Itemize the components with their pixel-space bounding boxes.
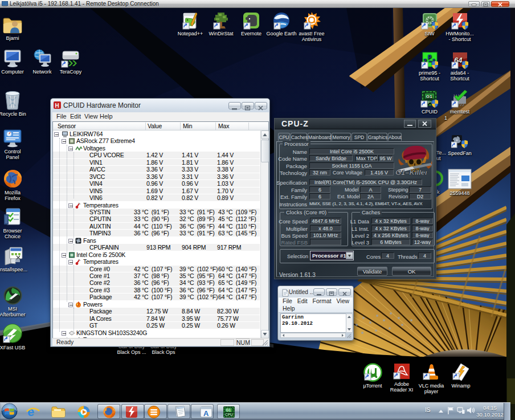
svg-text:G1: G1 [226, 408, 231, 412]
svg-text:e: e [27, 405, 34, 419]
svg-text:CPU: CPU [225, 413, 233, 417]
svg-text:G1–Killer: G1–Killer [395, 168, 428, 177]
svg-text:G1: G1 [426, 94, 432, 99]
svg-text:H: H [55, 103, 59, 109]
svg-text:A: A [203, 409, 209, 418]
